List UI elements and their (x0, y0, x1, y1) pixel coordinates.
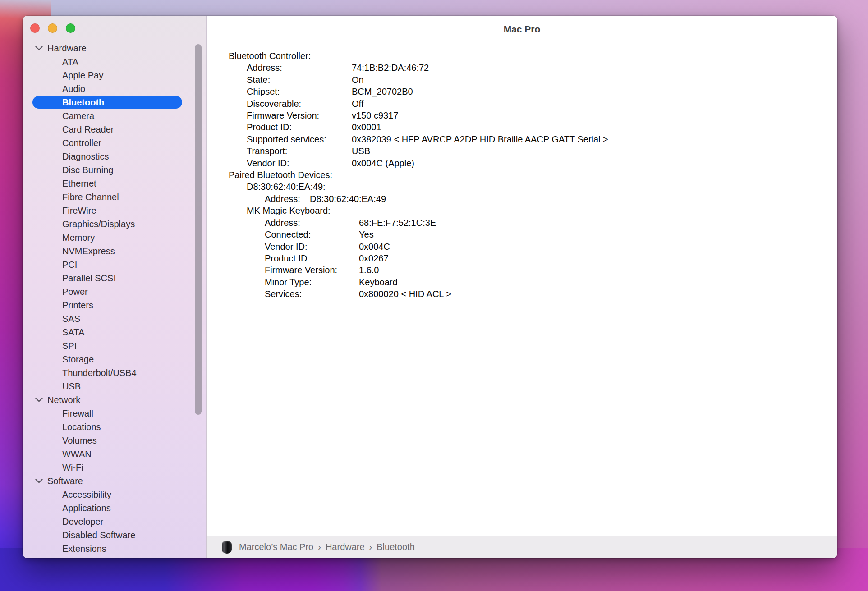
sidebar-item-card-reader[interactable]: Card Reader (23, 123, 206, 136)
sidebar-item-extensions[interactable]: Extensions (23, 542, 206, 555)
sidebar-group-network[interactable]: Network (23, 393, 206, 407)
report-line: Supported services:0x382039 < HFP AVRCP … (207, 133, 837, 145)
page-title: Mac Pro (207, 24, 837, 35)
report-label: Vendor ID: (247, 157, 352, 169)
sidebar-item-audio[interactable]: Audio (23, 82, 206, 96)
sidebar-group-hardware[interactable]: Hardware (23, 41, 206, 55)
sidebar-item-label: NVMExpress (62, 246, 115, 257)
report-label: Services: (265, 288, 359, 300)
sidebar-item-diagnostics[interactable]: Diagnostics (23, 150, 206, 163)
report-label: State: (247, 74, 352, 86)
report-value: 0x0001 (352, 122, 381, 132)
report-line: Firmware Version:1.6.0 (207, 264, 837, 276)
report-label: Chipset: (247, 86, 352, 97)
sidebar-item-thunderbolt-usb4[interactable]: Thunderbolt/USB4 (23, 366, 206, 380)
sidebar-item-volumes[interactable]: Volumes (23, 434, 206, 447)
sidebar-item-storage[interactable]: Storage (23, 353, 206, 366)
sidebar-item-fibre-channel[interactable]: Fibre Channel (23, 190, 206, 204)
sidebar-item-wwan[interactable]: WWAN (23, 447, 206, 461)
sidebar-item-parallel-scsi[interactable]: Parallel SCSI (23, 271, 206, 285)
sidebar-item-label: Audio (62, 84, 85, 94)
chevron-down-icon (35, 46, 43, 51)
report-label: Product ID: (247, 121, 352, 133)
sidebar-item-label: Ethernet (62, 179, 96, 189)
sidebar-item-label: Camera (62, 111, 94, 121)
sidebar-item-label: Parallel SCSI (62, 273, 116, 284)
breadcrumb-separator: › (369, 542, 372, 552)
report-value: 0x004C (Apple) (352, 158, 414, 168)
sidebar-item-disabled-software[interactable]: Disabled Software (23, 528, 206, 542)
zoom-icon[interactable] (66, 23, 75, 33)
sidebar-item-applications[interactable]: Applications (23, 501, 206, 515)
sidebar-item-label: SATA (62, 327, 84, 338)
report-line: Transport:USB (207, 145, 837, 157)
sidebar-item-pci[interactable]: PCI (23, 258, 206, 271)
sidebar-item-apple-pay[interactable]: Apple Pay (23, 69, 206, 82)
sidebar-item-graphics-displays[interactable]: Graphics/Displays (23, 217, 206, 231)
sidebar-item-controller[interactable]: Controller (23, 136, 206, 150)
report-label: Connected: (265, 229, 359, 240)
sidebar-item-spi[interactable]: SPI (23, 339, 206, 353)
sidebar-item-camera[interactable]: Camera (23, 109, 206, 123)
sidebar-item-label: Applications (62, 503, 111, 513)
bluetooth-report: Bluetooth Controller:Address:74:1B:B2:DA… (207, 50, 837, 300)
report-line: Address:D8:30:62:40:EA:49 (207, 193, 837, 205)
report-value: On (352, 75, 364, 85)
report-line: Connected:Yes (207, 229, 837, 240)
sidebar-item-developer[interactable]: Developer (23, 515, 206, 528)
sidebar-item-wi-fi[interactable]: Wi-Fi (23, 461, 206, 474)
report-line: State:On (207, 74, 837, 86)
sidebar-item-sata[interactable]: SATA (23, 325, 206, 339)
sidebar-item-sas[interactable]: SAS (23, 312, 206, 325)
scrollbar-thumb[interactable] (195, 44, 202, 415)
report-label: Address: (265, 217, 359, 229)
sidebar-item-firewire[interactable]: FireWire (23, 204, 206, 217)
sidebar-item-usb[interactable]: USB (23, 380, 206, 393)
report-value: 68:FE:F7:52:1C:3E (359, 218, 436, 228)
breadcrumb-segment: Marcelo’s Mac Pro (239, 542, 313, 552)
sidebar-item-accessibility[interactable]: Accessibility (23, 488, 206, 501)
sidebar-item-ethernet[interactable]: Ethernet (23, 177, 206, 190)
report-line: Firmware Version:v150 c9317 (207, 110, 837, 121)
sidebar-item-printers[interactable]: Printers (23, 298, 206, 312)
report-value: 74:1B:B2:DA:46:72 (352, 63, 429, 73)
sidebar-item-disc-burning[interactable]: Disc Burning (23, 163, 206, 177)
close-icon[interactable] (30, 23, 40, 33)
report-line: D8:30:62:40:EA:49: (207, 181, 837, 192)
report-value: D8:30:62:40:EA:49 (310, 194, 386, 204)
mac-pro-icon (222, 541, 232, 554)
sidebar-item-power[interactable]: Power (23, 285, 206, 298)
report-label: Paired Bluetooth Devices: (229, 169, 332, 181)
status-bar: Marcelo’s Mac Pro›Hardware›Bluetooth (207, 536, 837, 558)
report-label: D8:30:62:40:EA:49: (247, 181, 326, 192)
sidebar-item-ata[interactable]: ATA (23, 55, 206, 69)
sidebar-item-label: Card Reader (62, 124, 114, 135)
sidebar-item-label: Locations (62, 422, 101, 432)
sidebar-item-label: PCI (62, 260, 77, 270)
content-pane: Mac Pro Bluetooth Controller:Address:74:… (207, 16, 837, 536)
sidebar-item-label: Fibre Channel (62, 192, 119, 202)
sidebar-item-fonts[interactable]: Fonts (23, 555, 206, 558)
report-line: MK Magic Keyboard: (207, 205, 837, 216)
sidebar-item-label: Graphics/Displays (62, 219, 135, 229)
sidebar-item-locations[interactable]: Locations (23, 420, 206, 434)
sidebar-group-label: Software (47, 476, 83, 486)
report-line: Vendor ID:0x004C (Apple) (207, 157, 837, 169)
breadcrumb: Marcelo’s Mac Pro›Hardware›Bluetooth (239, 542, 415, 552)
sidebar-group-software[interactable]: Software (23, 474, 206, 488)
report-line: Services:0x800020 < HID ACL > (207, 288, 837, 300)
sidebar-item-bluetooth[interactable]: Bluetooth (23, 96, 206, 109)
minimize-icon[interactable] (48, 23, 57, 33)
sidebar-item-label: Controller (62, 138, 101, 148)
sidebar-item-nvmexpress[interactable]: NVMExpress (23, 244, 206, 258)
report-value: Off (352, 99, 363, 109)
sidebar-item-firewall[interactable]: Firewall (23, 407, 206, 420)
sidebar-item-memory[interactable]: Memory (23, 231, 206, 244)
sidebar-group-label: Network (47, 395, 80, 405)
report-value: 0x382039 < HFP AVRCP A2DP HID Braille AA… (352, 134, 608, 144)
report-label: Transport: (247, 145, 352, 157)
report-value: 0x004C (359, 242, 390, 252)
sidebar-item-label: Disabled Software (62, 530, 135, 541)
report-label: Firmware Version: (247, 110, 352, 121)
report-value: 0x800020 < HID ACL > (359, 289, 451, 299)
